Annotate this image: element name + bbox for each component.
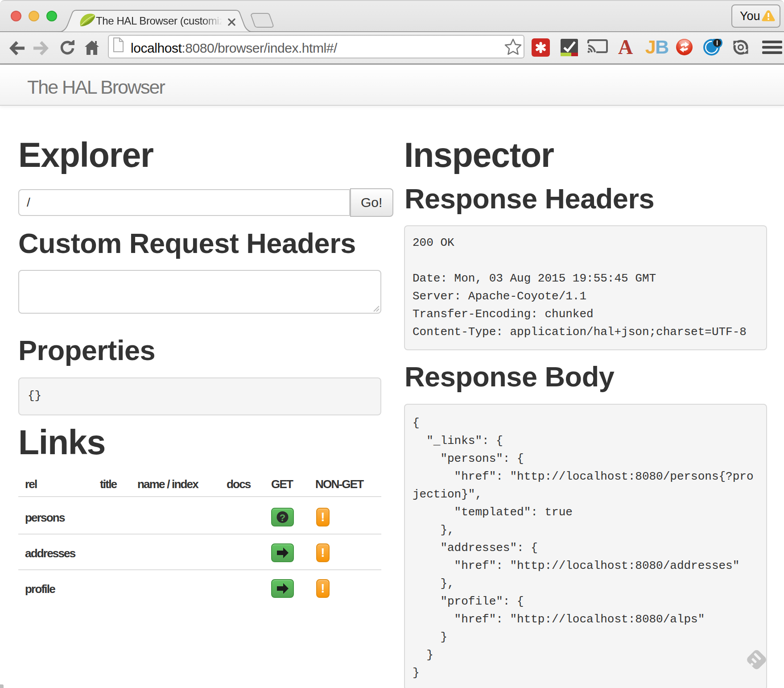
svg-text:?: ? (280, 512, 285, 523)
